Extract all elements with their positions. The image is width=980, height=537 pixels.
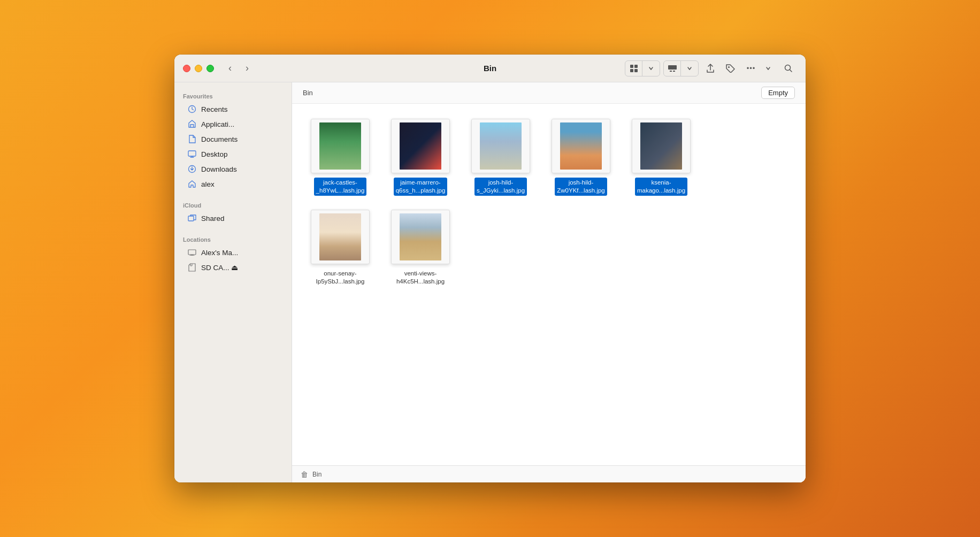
svg-rect-10 xyxy=(188,151,196,156)
file-image-3 xyxy=(480,122,522,170)
content-area: Bin Empty jack-castles-_h8YwL...lash.jpg… xyxy=(292,82,806,482)
file-item-7[interactable]: venti-views-h4Kc5H...lash.jpg xyxy=(383,205,458,291)
sidebar-item-shared[interactable]: Shared xyxy=(179,211,287,226)
gallery-button[interactable] xyxy=(664,61,681,76)
more-options-button[interactable] xyxy=(760,61,777,76)
shared-icon xyxy=(187,213,197,223)
search-button[interactable] xyxy=(780,61,797,76)
back-button[interactable]: ‹ xyxy=(223,61,238,76)
file-item-5[interactable]: ksenia-makago...lash.jpg xyxy=(624,114,699,200)
status-bar: 🗑 Bin xyxy=(292,465,806,482)
toolbar-actions: ••• xyxy=(625,60,797,76)
svg-rect-5 xyxy=(670,71,672,72)
svg-rect-13 xyxy=(188,250,196,255)
home-icon xyxy=(187,179,197,189)
gallery-view-group xyxy=(663,60,699,76)
minimize-button[interactable] xyxy=(195,65,202,72)
sidebar-item-alex[interactable]: alex xyxy=(179,177,287,191)
main-area: Favourites Recents Appl xyxy=(174,82,806,482)
file-image-6 xyxy=(319,213,361,260)
file-thumbnail-2 xyxy=(391,119,450,173)
file-thumbnail-3 xyxy=(471,119,530,173)
file-grid: jack-castles-_h8YwL...lash.jpg jaime-mar… xyxy=(292,104,806,465)
file-thumbnail-5 xyxy=(632,119,691,173)
empty-button[interactable]: Empty xyxy=(761,87,795,99)
svg-rect-4 xyxy=(668,65,677,70)
sidebar-item-desktop[interactable]: Desktop xyxy=(179,147,287,162)
sidebar-item-recents[interactable]: Recents xyxy=(179,102,287,117)
file-image-1 xyxy=(319,122,361,170)
file-label-5: ksenia-makago...lash.jpg xyxy=(635,178,687,196)
recents-icon xyxy=(187,104,197,114)
locations-section: Locations Alex's Ma... xyxy=(174,232,292,275)
file-item-1[interactable]: jack-castles-_h8YwL...lash.jpg xyxy=(303,114,378,200)
favourites-header: Favourites xyxy=(174,89,292,102)
file-item-3[interactable]: josh-hild-s_JGyki...lash.jpg xyxy=(463,114,538,200)
sidebar-item-alexs-mac[interactable]: Alex's Ma... xyxy=(179,245,287,260)
recents-label: Recents xyxy=(201,105,228,113)
window-title: Bin xyxy=(484,64,496,73)
desktop-icon xyxy=(187,149,197,159)
status-text: Bin xyxy=(312,471,321,478)
grid-view-button[interactable] xyxy=(625,61,642,76)
icloud-section: iCloud Shared xyxy=(174,198,292,226)
file-label-3: josh-hild-s_JGyki...lash.jpg xyxy=(474,178,527,196)
gallery-options-button[interactable] xyxy=(681,61,698,76)
file-item-6[interactable]: onur-senay-Ip5ySbJ...lash.jpg xyxy=(303,205,378,291)
svg-rect-6 xyxy=(673,71,675,72)
file-thumbnail-4 xyxy=(552,119,610,173)
svg-rect-12 xyxy=(188,216,194,221)
file-label-6: onur-senay-Ip5ySbJ...lash.jpg xyxy=(314,268,367,287)
documents-label: Documents xyxy=(201,135,238,143)
close-button[interactable] xyxy=(183,65,190,72)
svg-rect-1 xyxy=(634,65,638,68)
icloud-header: iCloud xyxy=(174,198,292,211)
alexs-mac-label: Alex's Ma... xyxy=(201,249,238,257)
svg-rect-0 xyxy=(630,65,633,68)
file-thumbnail-1 xyxy=(311,119,370,173)
shared-label: Shared xyxy=(201,214,225,223)
file-image-5 xyxy=(640,122,682,170)
file-item-4[interactable]: josh-hild-Zw0YKf...lash.jpg xyxy=(543,114,618,200)
applications-icon xyxy=(187,119,197,129)
share-button[interactable] xyxy=(702,61,719,76)
mac-icon xyxy=(187,248,197,257)
finder-window: ‹ › Bin xyxy=(174,55,806,482)
sidebar-item-downloads[interactable]: Downloads xyxy=(179,162,287,177)
file-image-7 xyxy=(400,213,441,260)
view-options-button[interactable] xyxy=(642,61,660,76)
tag-button[interactable] xyxy=(722,61,739,76)
file-label-1: jack-castles-_h8YwL...lash.jpg xyxy=(314,178,367,196)
file-label-2: jaime-marrero-q6ss_h...plash.jpg xyxy=(394,178,448,196)
sidebar-item-applications[interactable]: Applicati... xyxy=(179,117,287,132)
path-title: Bin xyxy=(303,89,313,97)
sidebar-item-sd-card[interactable]: SD CA... ⏏ xyxy=(179,260,287,275)
maximize-button[interactable] xyxy=(206,65,214,72)
svg-rect-14 xyxy=(190,255,194,256)
desktop-label: Desktop xyxy=(201,150,228,158)
forward-button[interactable]: › xyxy=(240,61,255,76)
file-image-4 xyxy=(560,122,602,170)
svg-point-7 xyxy=(728,66,730,68)
svg-rect-15 xyxy=(189,256,195,256)
nav-buttons: ‹ › xyxy=(223,61,255,76)
sd-card-label: SD CA... ⏏ xyxy=(201,263,238,272)
sidebar-item-documents[interactable]: Documents xyxy=(179,132,287,147)
sidebar: Favourites Recents Appl xyxy=(174,82,292,482)
file-thumbnail-6 xyxy=(311,210,370,264)
view-toggle-group xyxy=(625,60,660,76)
more-group: ••• xyxy=(742,61,777,76)
trash-icon: 🗑 xyxy=(301,470,308,479)
file-label-4: josh-hild-Zw0YKf...lash.jpg xyxy=(555,178,607,196)
titlebar: ‹ › Bin xyxy=(174,55,806,82)
traffic-lights xyxy=(183,65,214,72)
file-item-2[interactable]: jaime-marrero-q6ss_h...plash.jpg xyxy=(383,114,458,200)
file-label-7: venti-views-h4Kc5H...lash.jpg xyxy=(394,268,447,287)
locations-header: Locations xyxy=(174,232,292,245)
sd-card-icon xyxy=(187,263,197,272)
svg-rect-2 xyxy=(630,69,633,72)
file-image-2 xyxy=(400,122,441,170)
downloads-label: Downloads xyxy=(201,165,237,173)
more-button[interactable]: ••• xyxy=(742,61,760,76)
applications-label: Applicati... xyxy=(201,120,234,128)
